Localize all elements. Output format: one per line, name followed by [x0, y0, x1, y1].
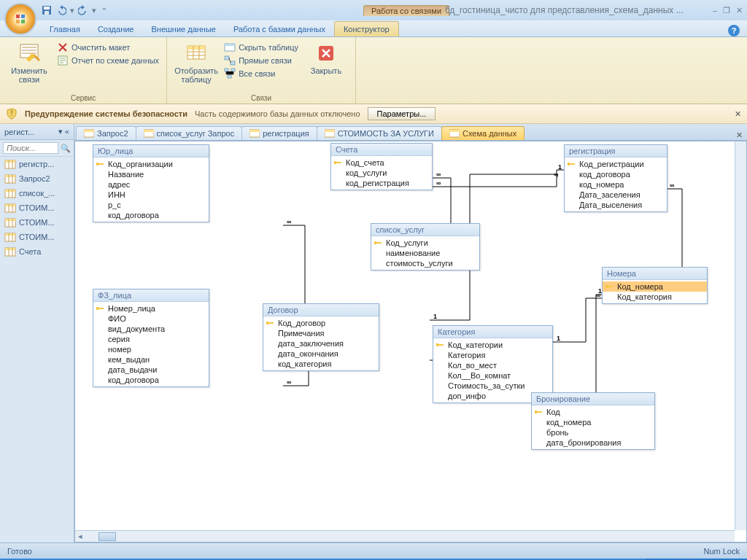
- all-relationships-button[interactable]: Все связи: [224, 68, 298, 79]
- save-icon[interactable]: [41, 4, 53, 16]
- vertical-scrollbar[interactable]: [735, 141, 746, 530]
- table-field[interactable]: Код_счета: [331, 158, 432, 168]
- table-field[interactable]: Категория: [433, 350, 552, 360]
- undo-icon[interactable]: [55, 4, 67, 16]
- help-icon[interactable]: ?: [728, 25, 740, 36]
- restore-icon[interactable]: ❐: [723, 6, 730, 15]
- edit-relationships-button[interactable]: Изменить связи: [7, 39, 51, 84]
- table-field[interactable]: код_услуги: [331, 168, 432, 178]
- security-options-button[interactable]: Параметры...: [368, 107, 436, 120]
- table-field[interactable]: код_категория: [263, 359, 379, 369]
- table-field[interactable]: номер: [93, 344, 209, 354]
- table-bron[interactable]: БронированиеКодкод_номераброньдата_брони…: [531, 392, 655, 450]
- nav-item[interactable]: СТОИМ...: [0, 201, 74, 215]
- table-field[interactable]: код_договора: [93, 210, 209, 220]
- table-header[interactable]: регистрация: [565, 145, 667, 158]
- table-reg[interactable]: регистрацияКод_регистрациикод_договорако…: [564, 144, 667, 212]
- table-header[interactable]: Категория: [433, 326, 552, 338]
- document-tab[interactable]: регистрация: [241, 126, 317, 140]
- table-field[interactable]: бронь: [532, 427, 654, 438]
- close-icon[interactable]: ✕: [736, 6, 743, 15]
- table-field[interactable]: дата_выдачи: [93, 365, 209, 375]
- table-field[interactable]: Код_регистрации: [565, 159, 667, 169]
- table-spisok[interactable]: список_услугКод_услугинаименованиестоимо…: [371, 223, 480, 271]
- security-close-icon[interactable]: ✕: [735, 109, 741, 119]
- table-field[interactable]: код_договора: [93, 375, 209, 385]
- table-scheta[interactable]: СчетаКод_счетакод_услугикод_регистрация: [330, 143, 433, 190]
- nav-item[interactable]: Счета: [0, 244, 74, 259]
- table-field[interactable]: Код_услуги: [371, 238, 479, 248]
- nav-item[interactable]: регистр...: [0, 157, 74, 171]
- document-tab[interactable]: Схема данных: [441, 126, 525, 140]
- table-field[interactable]: р_с: [93, 200, 209, 210]
- table-field[interactable]: кем_выдан: [93, 354, 209, 365]
- table-field[interactable]: дата_заключения: [263, 338, 379, 349]
- table-field[interactable]: Кол_во_мест: [433, 360, 552, 370]
- office-button[interactable]: [4, 3, 36, 35]
- search-icon[interactable]: 🔍: [61, 144, 71, 153]
- tab-database[interactable]: Работа с базами данных: [225, 22, 334, 36]
- table-field[interactable]: Дата_выселения: [565, 200, 667, 210]
- minimize-icon[interactable]: –: [713, 6, 717, 15]
- table-header[interactable]: Юр_лица: [93, 145, 209, 158]
- redo-icon[interactable]: [77, 4, 89, 16]
- table-header[interactable]: ФЗ_лица: [93, 289, 209, 302]
- table-field[interactable]: ФИО: [93, 314, 209, 324]
- table-field[interactable]: Примечания: [263, 328, 379, 338]
- nav-header[interactable]: регист... ▾ «: [0, 124, 74, 140]
- table-field[interactable]: Код_категория: [603, 292, 707, 302]
- table-header[interactable]: Договор: [263, 304, 379, 316]
- nav-item[interactable]: Запрос2: [0, 171, 74, 186]
- tab-close-icon[interactable]: ✕: [736, 131, 743, 140]
- table-field[interactable]: ИНН: [93, 190, 209, 200]
- table-yur[interactable]: Юр_лицаКод_организацииНазваниеадресИННр_…: [93, 144, 209, 222]
- table-field[interactable]: стоимость_услуги: [371, 258, 479, 268]
- table-field[interactable]: Кол__Во_комнат: [433, 370, 552, 381]
- table-field[interactable]: Код_договор: [263, 318, 379, 328]
- table-field[interactable]: серия: [93, 334, 209, 344]
- table-field[interactable]: Дата_заселения: [565, 190, 667, 200]
- table-dog[interactable]: ДоговорКод_договорПримечаниядата_заключе…: [263, 303, 379, 371]
- table-field[interactable]: код_договора: [565, 169, 667, 179]
- tab-create[interactable]: Создание: [89, 22, 143, 36]
- table-header[interactable]: Счета: [331, 144, 432, 156]
- table-fz[interactable]: ФЗ_лицаНомер_лицаФИОвид_документасерияно…: [93, 289, 209, 387]
- hide-table-button[interactable]: Скрыть таблицу: [224, 42, 298, 53]
- table-field[interactable]: Стоимость_за_сутки: [433, 381, 552, 391]
- nav-item[interactable]: список_...: [0, 186, 74, 201]
- table-field[interactable]: Номер_лица: [93, 303, 209, 314]
- table-header[interactable]: Бронирование: [532, 393, 654, 405]
- tab-external[interactable]: Внешние данные: [143, 22, 225, 36]
- relationships-canvas[interactable]: ∞1 ∞1 ∞1 ∞1 1∞ ∞1 1∞ ∞1 1∞: [74, 141, 747, 542]
- table-field[interactable]: дата_бронирования: [532, 438, 654, 448]
- table-field[interactable]: Код_категории: [433, 340, 552, 350]
- table-field[interactable]: Код_номера: [603, 281, 707, 292]
- table-field[interactable]: Код: [532, 407, 654, 417]
- table-kat[interactable]: КатегорияКод_категорииКатегорияКол_во_ме…: [433, 325, 553, 403]
- document-tab[interactable]: Запрос2: [76, 126, 136, 140]
- clear-layout-button[interactable]: Очистить макет: [57, 42, 159, 53]
- table-header[interactable]: Номера: [603, 268, 707, 280]
- table-header[interactable]: список_услуг: [371, 224, 479, 236]
- table-field[interactable]: Название: [93, 169, 209, 179]
- relationship-report-button[interactable]: Отчет по схеме данных: [57, 55, 159, 66]
- show-table-button[interactable]: Отобразить таблицу: [174, 39, 218, 84]
- table-nomera[interactable]: НомераКод_номераКод_категория: [602, 267, 708, 304]
- table-field[interactable]: наименование: [371, 248, 479, 258]
- search-input[interactable]: [3, 142, 58, 154]
- table-field[interactable]: код_номера: [565, 179, 667, 190]
- table-field[interactable]: дата_окончания: [263, 349, 379, 359]
- table-field[interactable]: вид_документа: [93, 324, 209, 334]
- table-field[interactable]: код_регистрация: [331, 178, 432, 188]
- document-tab[interactable]: СТОИМОСТЬ ЗА УСЛУГИ: [317, 126, 442, 140]
- table-field[interactable]: код_номера: [532, 417, 654, 427]
- nav-item[interactable]: СТОИМ...: [0, 230, 74, 244]
- document-tab[interactable]: список_услуг Запрос: [136, 126, 243, 140]
- nav-item[interactable]: СТОИМ...: [0, 215, 74, 230]
- table-field[interactable]: адрес: [93, 179, 209, 190]
- close-button[interactable]: Закрыть: [304, 39, 348, 75]
- tab-home[interactable]: Главная: [41, 22, 89, 36]
- direct-relationships-button[interactable]: Прямые связи: [224, 55, 298, 66]
- tab-design[interactable]: Конструктор: [334, 21, 399, 36]
- table-field[interactable]: Код_организации: [93, 159, 209, 169]
